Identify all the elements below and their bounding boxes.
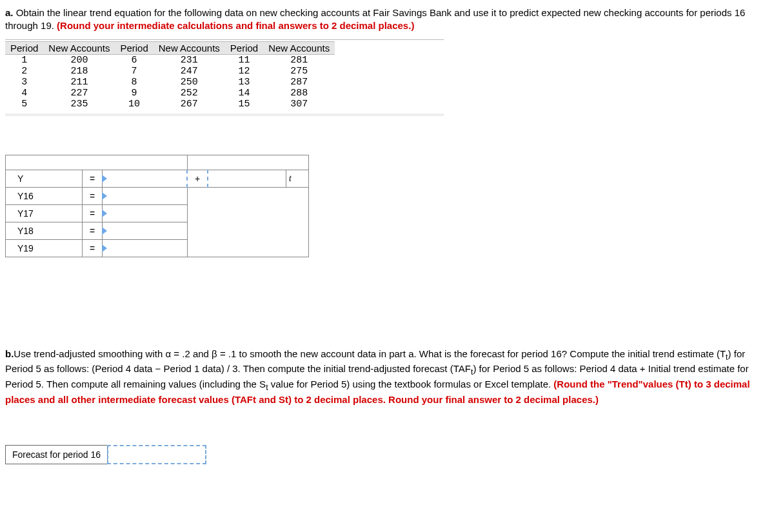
cell: 7: [115, 66, 153, 77]
question-b: b.Use trend-adjusted smoothing with α = …: [5, 348, 769, 407]
cell: 281: [263, 54, 335, 66]
data-row: 52351026715307: [5, 99, 335, 110]
data-row: 1200623111281: [5, 54, 335, 66]
blank-area: [187, 187, 309, 257]
cell: 10: [115, 99, 153, 110]
row-label: Y16: [6, 187, 83, 204]
cell: 250: [154, 77, 225, 88]
h-period-2: Period: [115, 41, 153, 54]
header-blank-right: [187, 155, 309, 170]
cell: 235: [43, 99, 115, 110]
answer-grid: Y = + t Y16 = Y17 = Y18 = Y19 =: [5, 155, 769, 257]
equals-sign: =: [83, 204, 103, 222]
triangle-icon: [102, 210, 107, 217]
row-label: Y: [6, 170, 83, 187]
cell: 6: [115, 54, 153, 66]
label-a: a.: [5, 7, 14, 18]
triangle-icon: [102, 192, 107, 200]
equals-sign: =: [83, 239, 103, 257]
cell: 231: [154, 54, 225, 66]
cell: 247: [154, 66, 225, 77]
forecast-row: Forecast for period 16: [5, 445, 769, 464]
data-row: 3211825013287: [5, 77, 335, 88]
row-label: Y19: [6, 239, 83, 257]
forecast-label: Forecast for period 16: [5, 445, 108, 464]
triangle-icon: [102, 244, 107, 252]
cell: 227: [43, 88, 115, 99]
cell: 9: [115, 88, 153, 99]
cell: 15: [225, 99, 263, 110]
triangle-icon: [102, 175, 107, 182]
equals-sign: =: [83, 170, 103, 187]
h-period-1: Period: [5, 41, 43, 54]
triangle-icon: [102, 227, 107, 235]
data-table: Period New Accounts Period New Accounts …: [5, 41, 335, 110]
h-accounts-2: New Accounts: [154, 41, 225, 54]
row-label: Y17: [6, 204, 83, 222]
question-a: a. Obtain the linear trend equation for …: [5, 6, 769, 33]
plus-sign: +: [187, 170, 208, 187]
cell: 3: [5, 77, 43, 88]
data-table-top-rule: [5, 39, 444, 40]
cell: 5: [5, 99, 43, 110]
y19-input[interactable]: [103, 239, 188, 257]
text-b-1: Use trend-adjusted smoothing with α = .2…: [14, 348, 726, 359]
cell: 200: [43, 54, 115, 66]
cell: 275: [263, 66, 335, 77]
equals-sign: =: [83, 222, 103, 239]
answer-row-y16: Y16 =: [6, 187, 309, 204]
intercept-input[interactable]: [103, 170, 188, 187]
cell: 288: [263, 88, 335, 99]
data-row: 2218724712275: [5, 66, 335, 77]
cell: 267: [154, 99, 225, 110]
y18-input[interactable]: [103, 222, 188, 239]
t-variable: t: [286, 170, 309, 187]
answer-table: Y = + t Y16 = Y17 = Y18 = Y19 =: [5, 155, 309, 257]
cell: 218: [43, 66, 115, 77]
cell: 307: [263, 99, 335, 110]
equals-sign: =: [83, 187, 103, 204]
cell: 4: [5, 88, 43, 99]
data-header-row: Period New Accounts Period New Accounts …: [5, 41, 335, 54]
cell: 2: [5, 66, 43, 77]
cell: 14: [225, 88, 263, 99]
y16-input[interactable]: [103, 187, 188, 204]
header-blank-left: [6, 155, 188, 170]
red-a: (Round your intermediate calculations an…: [57, 20, 414, 31]
cell: 1: [5, 54, 43, 66]
cell: 13: [225, 77, 263, 88]
text-b-4: value for Period 5) using the textbook f…: [268, 379, 554, 389]
answer-header-row: [6, 155, 309, 170]
cell: 11: [225, 54, 263, 66]
data-table-wrap: Period New Accounts Period New Accounts …: [5, 41, 444, 116]
h-period-3: Period: [225, 41, 263, 54]
cell: 12: [225, 66, 263, 77]
cell: 252: [154, 88, 225, 99]
forecast-input[interactable]: [107, 445, 206, 464]
h-accounts-1: New Accounts: [43, 41, 115, 54]
cell: 287: [263, 77, 335, 88]
slope-input[interactable]: [208, 170, 286, 187]
h-accounts-3: New Accounts: [263, 41, 335, 54]
label-b: b.: [5, 348, 14, 359]
cell: 8: [115, 77, 153, 88]
y17-input[interactable]: [103, 204, 188, 222]
data-row: 4227925214288: [5, 88, 335, 99]
answer-row-y: Y = + t: [6, 170, 309, 187]
row-label: Y18: [6, 222, 83, 239]
cell: 211: [43, 77, 115, 88]
